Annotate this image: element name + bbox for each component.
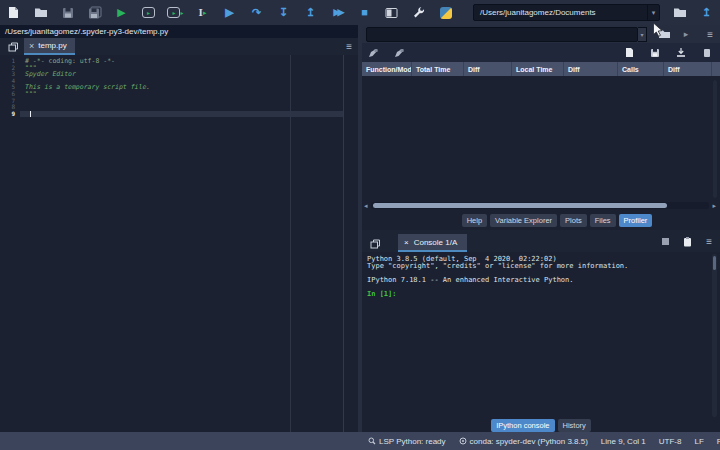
new-file-button[interactable]	[0, 3, 27, 23]
profiler-column-header[interactable]: Function/Modu	[362, 62, 412, 76]
working-directory-value[interactable]: /Users/juanitagomez/Documents	[474, 8, 647, 17]
interpreter-status[interactable]: conda: spyder-dev (Python 3.8.5)	[459, 437, 588, 446]
load-profiling-data-button[interactable]	[670, 45, 692, 60]
run-cell-button[interactable]: ▸	[135, 3, 162, 23]
tab-help[interactable]: Help	[462, 214, 487, 227]
editor-line[interactable]: 6"""	[0, 91, 358, 98]
console-browse-tabs-button[interactable]	[366, 237, 384, 250]
preferences-button[interactable]	[405, 3, 432, 23]
browse-folder-icon	[673, 7, 687, 18]
profiler-column-header[interactable]: Calls	[618, 62, 664, 76]
editor-line[interactable]: 1# -*- coding: utf-8 -*-	[0, 58, 358, 65]
close-tab-icon[interactable]: ×	[29, 41, 34, 51]
editor-tab-label: temp.py	[38, 41, 66, 50]
code-text: """	[15, 91, 37, 98]
cursor-position-status[interactable]: Line 9, Col 1	[601, 437, 646, 446]
run-file-button[interactable]: ▶	[108, 3, 135, 23]
debug-file-button[interactable]: ▶	[216, 3, 243, 23]
editor-breadcrumb: /Users/juanitagomez/.spyder-py3-dev/temp…	[0, 25, 358, 38]
profiler-vscrollbar[interactable]	[713, 80, 717, 198]
tab-history[interactable]: History	[558, 419, 591, 432]
scroll-right-icon[interactable]: ▸	[709, 202, 716, 210]
console-line: IPython 7.18.1 -- An enhanced Interactiv…	[367, 277, 712, 284]
editor-tab-temp-py[interactable]: × temp.py	[24, 38, 75, 55]
profiler-clear-button[interactable]	[696, 45, 718, 60]
step-out-button[interactable]: ↥	[297, 3, 324, 23]
eol-status[interactable]: LF	[694, 437, 703, 446]
editor-options-button[interactable]: ≡	[346, 41, 352, 52]
python-logo-icon	[440, 7, 452, 19]
interrupt-kernel-icon[interactable]	[662, 238, 669, 245]
expand-icon	[394, 48, 404, 58]
step-over-button[interactable]: ↷	[243, 3, 270, 23]
editor-line[interactable]: 5This is a temporary script file.	[0, 84, 358, 91]
scroll-left-icon[interactable]: ◂	[364, 202, 371, 210]
profiler-column-header[interactable]: Local Time	[512, 62, 564, 76]
console-vscrollbar[interactable]	[712, 254, 717, 417]
editor-79col-ruler	[290, 55, 291, 432]
expand-level-button[interactable]	[388, 45, 410, 60]
editor-panel: /Users/juanitagomez/.spyder-py3-dev/temp…	[0, 25, 358, 432]
save-button[interactable]	[54, 3, 81, 23]
tab-plots[interactable]: Plots	[560, 214, 587, 227]
collapse-level-button[interactable]	[362, 45, 384, 60]
working-directory-dropdown[interactable]: ▾	[647, 5, 659, 20]
profiler-file-dropdown[interactable]: ▾	[638, 27, 647, 42]
browse-tabs-icon	[370, 239, 381, 249]
main-toolbar: ▶ ▸ ▸▸ I▸ ▶ ↷ ↧ ↥ ▶▶ ■ /Users/juanitagom…	[0, 0, 720, 25]
code-text	[15, 98, 25, 105]
maximize-pane-button[interactable]	[378, 3, 405, 23]
tab-ipython-console[interactable]: IPython console	[491, 419, 554, 432]
editor-code[interactable]: 1# -*- coding: utf-8 -*-2"""3Spyder Edit…	[0, 55, 358, 432]
python-interpreter-button[interactable]	[432, 3, 459, 23]
editor-line[interactable]: 9	[0, 111, 358, 118]
tab-variable-explorer[interactable]: Variable Explorer	[490, 214, 557, 227]
editor-line[interactable]: 3Spyder Editor	[0, 71, 358, 78]
lsp-icon	[368, 437, 376, 445]
encoding-status[interactable]: UTF-8	[659, 437, 682, 446]
lsp-status[interactable]: LSP Python: ready	[368, 437, 446, 446]
close-tab-icon[interactable]: ×	[404, 238, 409, 247]
console-vscroll-thumb[interactable]	[713, 256, 716, 270]
profiler-column-header[interactable]: Diff	[664, 62, 712, 76]
browse-directory-button[interactable]	[666, 3, 693, 23]
profiler-column-header[interactable]: Diff	[564, 62, 618, 76]
folder-icon	[658, 29, 671, 39]
profiler-hscrollbar[interactable]: ◂ ▸	[364, 201, 716, 210]
save-all-button[interactable]	[81, 3, 108, 23]
tab-files[interactable]: Files	[590, 214, 616, 227]
console-output[interactable]: Python 3.8.5 (default, Sep 4 2020, 02:22…	[362, 252, 712, 419]
profiler-options-button[interactable]: ≡	[707, 29, 713, 40]
console-tab[interactable]: × Console 1/A	[398, 234, 467, 252]
profiler-table[interactable]	[362, 76, 720, 201]
profiler-file-combo[interactable]	[366, 27, 638, 42]
run-cell-advance-button[interactable]: ▸▸	[162, 3, 189, 23]
editor-line[interactable]: 7	[0, 98, 358, 105]
run-selection-button[interactable]: I▸	[189, 3, 216, 23]
working-directory-combo[interactable]: /Users/juanitagomez/Documents ▾	[473, 4, 660, 21]
editor-line[interactable]: 8	[0, 104, 358, 111]
new-console-icon[interactable]	[683, 236, 692, 247]
profiler-column-header[interactable]: Diff	[464, 62, 512, 76]
open-file-button[interactable]	[27, 3, 54, 23]
console-prompt[interactable]: In [1]:	[367, 291, 712, 298]
tab-profiler[interactable]: Profiler	[619, 214, 653, 227]
profiler-header: Function/ModuTotal TimeDiffLocal TimeDif…	[362, 62, 720, 76]
continue-execution-button[interactable]: ▶▶	[324, 3, 351, 23]
profiler-browse-button[interactable]	[653, 27, 675, 42]
console-options-button[interactable]: ≡	[706, 236, 712, 247]
profiler-column-header[interactable]: Total Time	[412, 62, 464, 76]
maximize-pane-icon	[385, 7, 398, 19]
browse-tabs-button[interactable]	[4, 40, 22, 53]
profile-run-button[interactable]: ▸	[675, 27, 697, 42]
browse-tabs-icon	[8, 42, 19, 52]
load-data-icon	[676, 47, 686, 58]
hscroll-thumb[interactable]	[373, 203, 667, 208]
hscroll-track[interactable]	[371, 202, 709, 209]
wrench-icon	[412, 6, 425, 19]
show-output-button[interactable]	[618, 45, 640, 60]
parent-directory-button[interactable]: ↥	[693, 3, 720, 23]
stop-button[interactable]: ■	[351, 3, 378, 23]
step-into-button[interactable]: ↧	[270, 3, 297, 23]
save-profiling-data-button[interactable]	[644, 45, 666, 60]
